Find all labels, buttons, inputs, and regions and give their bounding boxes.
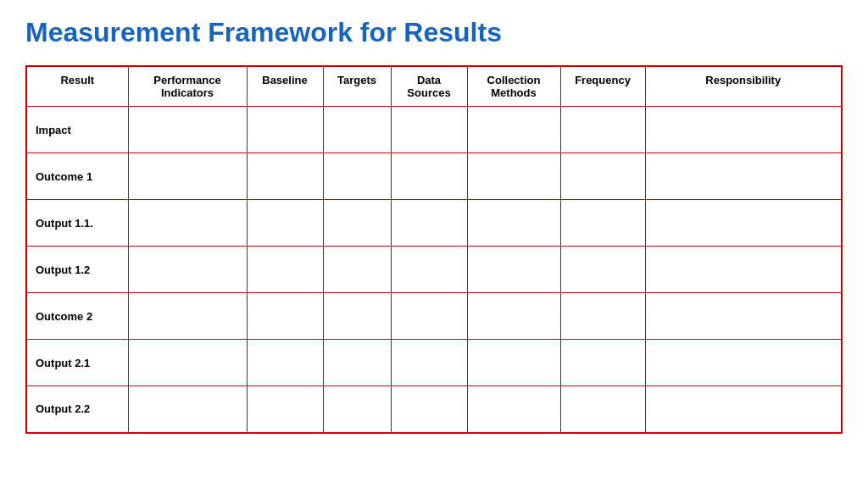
cell-output21-targets — [323, 340, 391, 386]
cell-outcome1-targets — [323, 153, 391, 200]
cell-impact-targets — [323, 107, 391, 153]
row-outcome-2: Outcome 2 — [26, 293, 842, 340]
cell-outcome1-frequency — [560, 153, 645, 200]
header-data-sources: DataSources — [391, 66, 467, 107]
cell-outcome2-result: Outcome 2 — [26, 293, 128, 340]
cell-output21-frequency — [560, 340, 645, 386]
cell-outcome1-collection — [467, 153, 560, 200]
cell-outcome2-responsibility — [645, 293, 842, 340]
header-collection-methods: CollectionMethods — [467, 66, 560, 107]
cell-outcome1-responsibility — [645, 153, 842, 200]
header-targets: Targets — [323, 66, 391, 107]
cell-output12-baseline — [247, 247, 323, 293]
cell-output22-frequency — [560, 386, 645, 433]
cell-impact-result: Impact — [26, 107, 128, 153]
cell-impact-frequency — [560, 107, 645, 153]
cell-output22-baseline — [247, 386, 323, 433]
row-outcome-1: Outcome 1 — [26, 153, 842, 200]
cell-output12-perf — [128, 247, 247, 293]
cell-output12-collection — [467, 247, 560, 293]
cell-outcome2-data — [391, 293, 467, 340]
cell-output21-responsibility — [645, 340, 842, 386]
cell-output22-collection — [467, 386, 560, 433]
cell-output12-targets — [323, 247, 391, 293]
header-frequency: Frequency — [560, 66, 645, 107]
cell-impact-collection — [467, 107, 560, 153]
cell-output21-data — [391, 340, 467, 386]
header-responsibility: Responsibility — [645, 66, 842, 107]
cell-output21-result: Output 2.1 — [26, 340, 128, 386]
cell-output11-frequency — [560, 200, 645, 247]
row-output-1-1: Output 1.1. — [26, 200, 842, 247]
cell-outcome1-data — [391, 153, 467, 200]
cell-impact-data — [391, 107, 467, 153]
cell-output22-result: Output 2.2 — [26, 386, 128, 433]
cell-output21-baseline — [247, 340, 323, 386]
row-output-2-2: Output 2.2 — [26, 386, 842, 433]
row-output-1-2: Output 1.2 — [26, 247, 842, 293]
cell-output21-collection — [467, 340, 560, 386]
cell-output12-data — [391, 247, 467, 293]
cell-output11-targets — [323, 200, 391, 247]
cell-outcome1-baseline — [247, 153, 323, 200]
cell-output22-targets — [323, 386, 391, 433]
cell-output11-responsibility — [645, 200, 842, 247]
cell-outcome2-targets — [323, 293, 391, 340]
cell-outcome2-frequency — [560, 293, 645, 340]
cell-output22-perf — [128, 386, 247, 433]
cell-output11-data — [391, 200, 467, 247]
cell-output11-perf — [128, 200, 247, 247]
header-result: Result — [26, 66, 128, 107]
cell-impact-baseline — [247, 107, 323, 153]
cell-outcome1-result: Outcome 1 — [26, 153, 128, 200]
row-output-2-1: Output 2.1 — [26, 340, 842, 386]
cell-output22-responsibility — [645, 386, 842, 433]
cell-impact-perf — [128, 107, 247, 153]
page-title: Measurement Framework for Results — [25, 17, 843, 48]
cell-impact-responsibility — [645, 107, 842, 153]
framework-table: Result PerformanceIndicators Baseline Ta… — [25, 65, 843, 434]
cell-output12-responsibility — [645, 247, 842, 293]
cell-outcome1-perf — [128, 153, 247, 200]
cell-output11-collection — [467, 200, 560, 247]
cell-output12-frequency — [560, 247, 645, 293]
cell-output11-baseline — [247, 200, 323, 247]
cell-output21-perf — [128, 340, 247, 386]
header-baseline: Baseline — [247, 66, 323, 107]
cell-output11-result: Output 1.1. — [26, 200, 128, 247]
cell-output12-result: Output 1.2 — [26, 247, 128, 293]
row-impact: Impact — [26, 107, 842, 153]
cell-outcome2-baseline — [247, 293, 323, 340]
header-performance-indicators: PerformanceIndicators — [128, 66, 247, 107]
cell-outcome2-collection — [467, 293, 560, 340]
cell-output22-data — [391, 386, 467, 433]
cell-outcome2-perf — [128, 293, 247, 340]
